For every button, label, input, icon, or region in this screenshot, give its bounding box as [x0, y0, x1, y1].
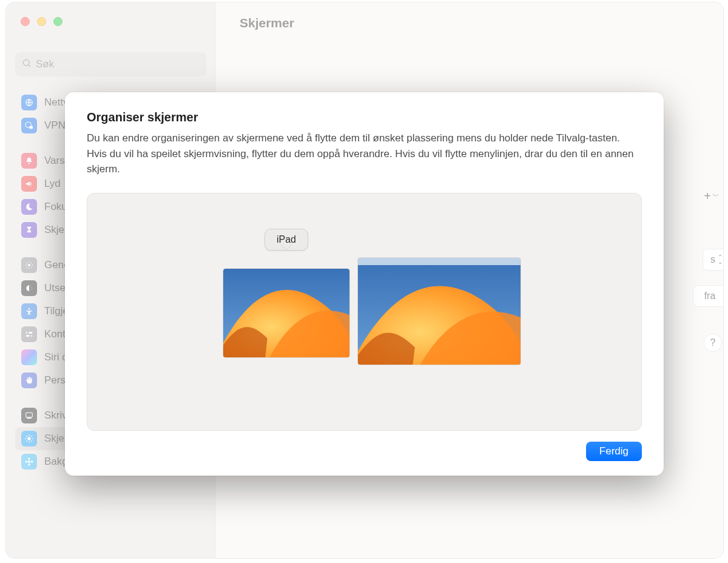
display-label-text: iPad — [277, 234, 296, 244]
display-arrangement-area[interactable]: iPad — [87, 193, 642, 431]
arrange-displays-sheet: Organiser skjermer Du kan endre organise… — [65, 92, 664, 476]
system-settings-window: Nettverk VPN Varslinger Lyd F — [6, 2, 723, 558]
display-label-popover: iPad — [265, 229, 308, 251]
done-button[interactable]: Ferdig — [586, 442, 642, 461]
display-main[interactable] — [358, 258, 521, 365]
sheet-title: Organiser skjermer — [87, 110, 642, 124]
menubar-indicator[interactable] — [358, 258, 521, 265]
display-ipad[interactable] — [223, 269, 349, 357]
sheet-description: Du kan endre organiseringen av skjermene… — [87, 130, 642, 177]
sheet-footer: Ferdig — [87, 442, 642, 461]
